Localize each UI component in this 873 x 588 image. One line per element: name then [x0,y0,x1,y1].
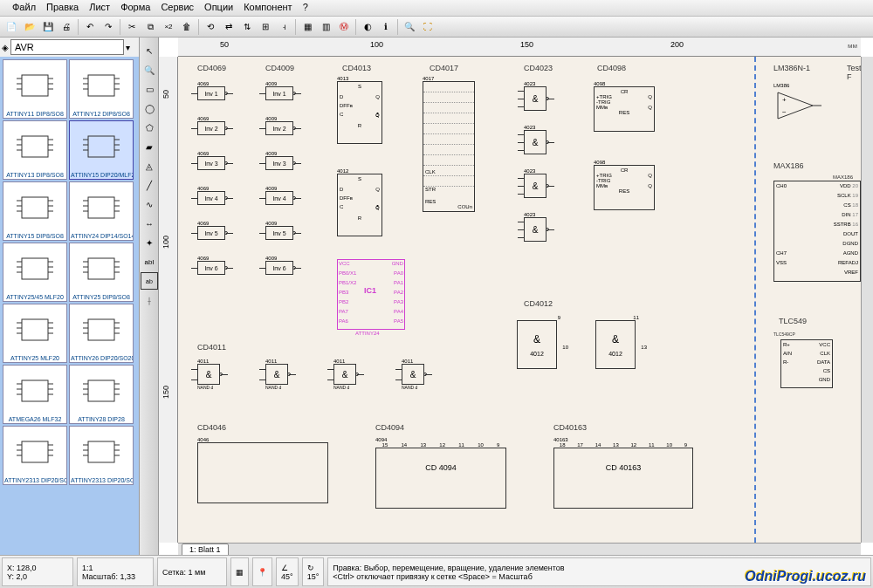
schematic-sheet[interactable]: CD4069CD4009CD4013CD4017CD4023CD4098LM38… [178,57,861,543]
menu-Правка[interactable]: Правка [41,2,84,14]
layer-icon[interactable]: ◈ [2,43,9,52]
inverter-gate[interactable]: 4009Inv 4 [265,186,293,205]
gallery-item[interactable]: ATMEGA26 MLF32 [3,365,67,424]
inverter-gate[interactable]: 4069Inv 4 [197,186,225,205]
nand3-gate[interactable]: 4023& [524,212,546,242]
gallery-item[interactable]: ATTINY25 DIP8/SO8 [69,243,134,302]
new-icon[interactable]: 📄 [3,18,20,36]
big-chip[interactable]: 4046 [197,437,328,503]
bezier-icon[interactable]: ∿ [141,195,158,213]
textframe-icon[interactable]: ab [141,272,158,290]
menu-Форма[interactable]: Форма [115,2,155,14]
dimension-icon[interactable]: ↔ [141,215,158,232]
inverter-gate[interactable]: 4009Inv 2 [265,116,293,135]
special-icon[interactable]: ◬ [141,157,158,174]
nand4-gate[interactable]: 9&401210 [517,315,560,369]
gallery-item[interactable]: ATTINY15 DIP8/SO8 [3,181,67,241]
pin-icon[interactable]: 📍 [252,557,272,586]
menu-?[interactable]: ? [298,2,313,14]
gallery-item[interactable]: ATTINY24 DIP14/SO14 [69,181,134,241]
open-icon[interactable]: 📂 [21,18,38,36]
cut-icon[interactable]: ✂ [123,18,141,36]
nand2-gate[interactable]: 4011&NAND d [333,359,356,390]
nand3-gate[interactable]: 4023& [524,81,546,111]
pointer-icon[interactable]: ↖ [141,42,158,59]
inverter-gate[interactable]: 4009Inv 1 [265,81,293,100]
flipflop[interactable]: 4012SDQDFFвCQ̄R [337,168,382,236]
print-icon[interactable]: 🖨 [58,18,75,36]
snap-icon[interactable]: ⊞ [257,18,274,36]
component-icon[interactable]: Ⓜ [335,18,353,36]
rotate-icon[interactable]: ⟲ [202,18,219,36]
gallery-item[interactable]: ATTINY13 DIP8/SO8 [3,120,67,180]
big-chip[interactable]: 40941514131211109CD 4094 [375,437,506,509]
menu-Файл[interactable]: Файл [7,2,41,14]
nand2-gate[interactable]: 4011&NAND d [265,359,288,390]
node-icon[interactable]: ✦ [141,234,158,251]
angle-box[interactable]: ∠ 45° [276,557,299,586]
gallery-item[interactable]: ATTINY25/45 MLF20 [3,243,67,302]
ic1-selected[interactable]: VCCGNDPB0/X1PA0PB1/X2PA1PB3PA2PB2PA3PA7P… [337,259,405,330]
mirror-v-icon[interactable]: ⇅ [238,18,256,36]
delete-icon[interactable]: 🗑 [178,18,196,36]
undo-icon[interactable]: ↶ [81,18,99,36]
paste-icon[interactable]: ×2 [160,18,177,36]
tlc549-chip[interactable]: R+VCCAINCLKR-DATACSGND [780,339,833,388]
info-icon[interactable]: ℹ [377,18,395,36]
inverter-gate[interactable]: 4069Inv 5 [197,221,225,240]
fill-icon[interactable]: ▰ [141,138,158,155]
inverter-gate[interactable]: 4069Inv 3 [197,151,225,170]
counter[interactable]: 4017CLKSTRRESCOUn [423,76,475,212]
nand3-gate[interactable]: 4023& [524,125,546,154]
component-gallery[interactable]: ATTINY11 DIP8/SO8ATTINY12 DIP8/SO8ATTINY… [0,57,139,555]
inverter-gate[interactable]: 4009Inv 3 [265,151,293,170]
copy-icon[interactable]: ⧉ [141,18,159,36]
nand3-gate[interactable]: 4023& [524,168,546,198]
rect-icon[interactable]: ▭ [141,80,158,98]
sheet-tab[interactable]: 1: Blatt 1 [182,544,229,556]
nand2-gate[interactable]: 4011&NAND d [402,359,424,390]
menu-Опции[interactable]: Опции [199,2,238,14]
dropdown-icon[interactable]: ▾ [126,43,130,52]
gallery-item[interactable]: ATTINY25 MLF20 [3,304,67,363]
inverter-gate[interactable]: 4009Inv 6 [265,256,293,275]
text-icon[interactable]: abI [141,253,158,270]
gallery-item[interactable]: ATTINY2313 DIP20/SO20 [69,426,134,485]
align-icon[interactable]: ⫞ [275,18,292,36]
menu-Лист[interactable]: Лист [84,2,115,14]
poly-icon[interactable]: ⬠ [141,119,158,136]
gallery-item[interactable]: ATTINY11 DIP8/SO8 [3,59,67,119]
redo-icon[interactable]: ↷ [100,18,117,36]
library-combo[interactable] [10,39,124,55]
nand2-gate[interactable]: 4011&NAND d [197,359,220,390]
menu-Сервис[interactable]: Сервис [155,2,199,14]
mirror-h-icon[interactable]: ⇄ [220,18,237,36]
zoom-fit-icon[interactable]: ⛶ [419,18,436,36]
circle-icon[interactable]: ◯ [141,99,158,117]
zoom-icon[interactable]: 🔍 [401,18,418,36]
max186-chip[interactable]: CH0VDD 20SCLK 19CS 18DIN 17SSTRB 16DOUT … [773,181,861,282]
measure-icon[interactable]: ⟊ [141,291,158,309]
gallery-item[interactable]: ATTINY12 DIP8/SO8 [69,59,134,119]
menu-Компонент[interactable]: Компонент [238,2,297,14]
group-icon[interactable]: ▦ [299,18,316,36]
grid-toggle-icon[interactable]: ▦ [230,557,249,586]
scrollbar-vertical[interactable] [861,57,873,543]
rotation-box[interactable]: ↻ 15° [302,557,325,586]
opamp[interactable]: LM386+− [773,83,826,125]
monostable[interactable]: 4098CR+TRIGQ-TRIGMMвQRES [594,160,655,210]
line-icon[interactable]: ╱ [141,176,158,194]
big-chip[interactable]: 40163181714131211109CD 40163 [553,437,693,509]
transparency-icon[interactable]: ◐ [359,18,376,36]
monostable[interactable]: 4098CR+TRIGQ-TRIGMMвQRES [594,81,655,132]
inverter-gate[interactable]: 4069Inv 2 [197,116,225,135]
zoom-tool-icon[interactable]: 🔍 [141,61,158,79]
inverter-gate[interactable]: 4069Inv 6 [197,256,225,275]
save-icon[interactable]: 💾 [39,18,57,36]
inverter-gate[interactable]: 4069Inv 1 [197,81,225,100]
gallery-item[interactable]: ATTINY15 DIP20/MLF20 [69,120,134,180]
gallery-item[interactable]: ATTINY26 DIP20/SO20 [69,304,134,363]
tile-icon[interactable]: ▥ [317,18,334,36]
flipflop[interactable]: 4013SDQDFFвCQ̄R [337,76,382,144]
nand4-gate[interactable]: 11&401213 [595,315,639,369]
